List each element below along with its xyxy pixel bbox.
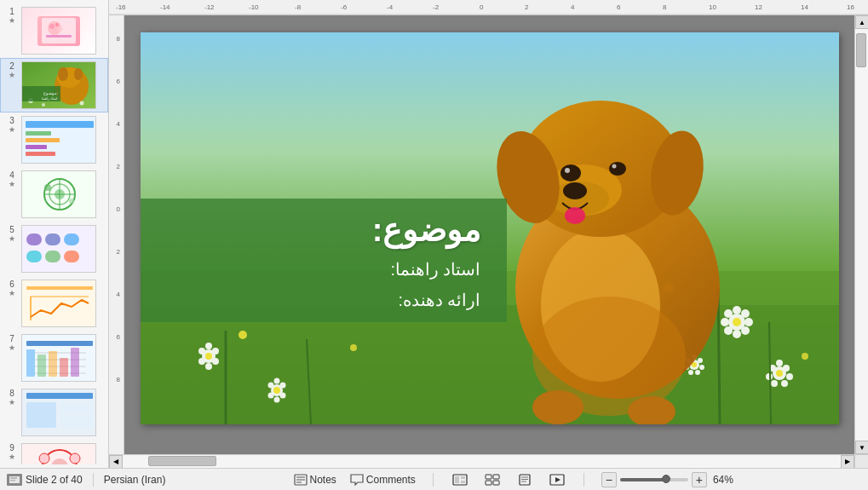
scroll-left-btn[interactable]: ◀ bbox=[109, 455, 123, 469]
slide-thumb-9[interactable]: 9 ★ bbox=[0, 440, 108, 464]
slide-star-8: ★ bbox=[9, 398, 15, 406]
h-ruler: -16 -14 -12 -10 -8 -6 -4 -2 0 2 4 6 8 10… bbox=[109, 0, 868, 15]
slide-star-5: ★ bbox=[9, 234, 15, 243]
svg-text:6: 6 bbox=[117, 333, 121, 341]
svg-point-122 bbox=[733, 318, 741, 326]
svg-point-107 bbox=[279, 383, 285, 389]
divider-2 bbox=[433, 473, 434, 487]
svg-point-135 bbox=[699, 365, 704, 370]
zoom-slider-thumb[interactable] bbox=[662, 475, 670, 483]
svg-rect-57 bbox=[60, 417, 93, 428]
svg-rect-31 bbox=[22, 225, 95, 273]
slide-sorter-btn[interactable] bbox=[483, 471, 502, 488]
slide-num-star-4: 4 ★ bbox=[4, 170, 20, 188]
zoom-in-btn[interactable]: + bbox=[692, 472, 707, 487]
svg-point-2 bbox=[49, 24, 55, 29]
comments-icon bbox=[350, 474, 364, 486]
svg-line-143 bbox=[718, 288, 720, 424]
svg-text:16: 16 bbox=[847, 3, 854, 11]
slide-viewport[interactable]: موضوع: استاد راهنما: ارائه دهنده: bbox=[124, 15, 854, 454]
svg-point-146 bbox=[350, 344, 357, 351]
slide-thumb-3[interactable]: 3 ★ bbox=[0, 112, 108, 167]
svg-rect-181 bbox=[520, 475, 530, 485]
svg-point-61 bbox=[39, 453, 49, 464]
svg-point-30 bbox=[69, 199, 74, 204]
h-scroll-track[interactable] bbox=[123, 455, 841, 468]
slide-num-star-6: 6 ★ bbox=[4, 280, 20, 297]
notes-button[interactable]: Notes bbox=[294, 474, 336, 486]
comments-button[interactable]: Comments bbox=[350, 474, 416, 486]
svg-rect-175 bbox=[461, 476, 465, 479]
thumb4-svg bbox=[22, 170, 95, 218]
thumb8-svg bbox=[22, 389, 95, 436]
slide-thumbnail-8 bbox=[21, 389, 96, 436]
slide-thumb-7[interactable]: 7 ★ bbox=[0, 331, 108, 385]
slide-panel-scroll[interactable]: 1 ★ bbox=[0, 3, 108, 464]
divider-1 bbox=[93, 473, 94, 487]
svg-rect-19 bbox=[26, 131, 51, 135]
svg-point-109 bbox=[279, 393, 285, 399]
v-scroll-track[interactable] bbox=[855, 29, 868, 441]
green-text-banner[interactable]: موضوع: استاد راهنما: ارائه دهنده: bbox=[141, 199, 507, 322]
slide-title: موضوع: bbox=[372, 211, 481, 249]
svg-point-3 bbox=[55, 23, 59, 26]
scroll-right-btn[interactable]: ▶ bbox=[841, 455, 854, 469]
svg-point-163 bbox=[532, 390, 583, 424]
slide-thumb-1[interactable]: 1 ★ bbox=[0, 3, 108, 58]
slide-number-1: 1 bbox=[9, 7, 14, 16]
thumb2-svg: موضوع: استاد راهنما: bbox=[22, 62, 96, 109]
reading-view-btn[interactable] bbox=[515, 471, 534, 488]
slide-icon-svg bbox=[9, 476, 20, 484]
svg-point-159 bbox=[612, 164, 616, 169]
slide-number-4: 4 bbox=[9, 170, 14, 180]
slide-thumb-4[interactable]: 4 ★ bbox=[0, 167, 108, 222]
svg-text:6: 6 bbox=[617, 3, 621, 11]
svg-rect-22 bbox=[26, 152, 55, 156]
svg-point-131 bbox=[776, 370, 783, 377]
svg-rect-167 bbox=[10, 477, 17, 479]
h-scrollbar[interactable]: ◀ ▶ bbox=[109, 454, 868, 468]
slide-thumb-6[interactable]: 6 ★ bbox=[0, 276, 108, 331]
svg-rect-55 bbox=[26, 402, 56, 428]
v-scrollbar[interactable]: ▲ ▼ bbox=[854, 15, 868, 454]
slide-subtitle2: ارائه دهنده: bbox=[398, 290, 480, 310]
svg-point-136 bbox=[695, 370, 700, 375]
slide-star-2: ★ bbox=[9, 71, 15, 79]
svg-point-62 bbox=[70, 453, 80, 464]
zoom-out-btn[interactable]: − bbox=[601, 472, 617, 487]
zoom-slider[interactable] bbox=[620, 478, 688, 481]
svg-text:-12: -12 bbox=[204, 3, 215, 11]
svg-text:14: 14 bbox=[801, 3, 808, 11]
svg-point-157 bbox=[609, 162, 626, 176]
svg-rect-174 bbox=[455, 476, 459, 483]
svg-point-101 bbox=[212, 358, 219, 365]
svg-marker-186 bbox=[555, 477, 560, 482]
slide-thumbnail-9 bbox=[21, 443, 96, 464]
slide-thumb-8[interactable]: 8 ★ bbox=[0, 385, 108, 440]
svg-rect-176 bbox=[461, 481, 465, 483]
h-scroll-thumb[interactable] bbox=[148, 456, 216, 466]
slideshow-btn[interactable] bbox=[548, 471, 566, 488]
zoom-slider-fill bbox=[620, 478, 664, 481]
normal-view-btn[interactable] bbox=[451, 471, 469, 488]
svg-point-156 bbox=[560, 164, 581, 182]
divider-3 bbox=[583, 473, 584, 487]
slide-num-star-2: 2 ★ bbox=[4, 61, 20, 79]
svg-point-125 bbox=[783, 365, 790, 372]
svg-point-128 bbox=[771, 380, 778, 387]
main-container: 1 ★ bbox=[0, 0, 868, 468]
svg-text:4: 4 bbox=[117, 120, 121, 128]
svg-point-119 bbox=[724, 326, 733, 335]
thumb6-svg bbox=[22, 280, 95, 327]
svg-text:4: 4 bbox=[571, 3, 575, 11]
slide-thumb-5[interactable]: 5 ★ bbox=[0, 222, 108, 276]
v-scroll-thumb[interactable] bbox=[856, 33, 866, 67]
slide-thumb-2[interactable]: 2 ★ bbox=[0, 58, 108, 112]
scrollbar-corner bbox=[854, 455, 868, 469]
svg-point-104 bbox=[205, 353, 212, 360]
slide-star-6: ★ bbox=[9, 289, 15, 297]
language-text: Persian (Iran) bbox=[104, 474, 166, 486]
scroll-up-btn[interactable]: ▲ bbox=[855, 15, 868, 29]
editor-area: -16 -14 -12 -10 -8 -6 -4 -2 0 2 4 6 8 10… bbox=[109, 0, 868, 468]
scroll-down-btn[interactable]: ▼ bbox=[855, 441, 868, 454]
